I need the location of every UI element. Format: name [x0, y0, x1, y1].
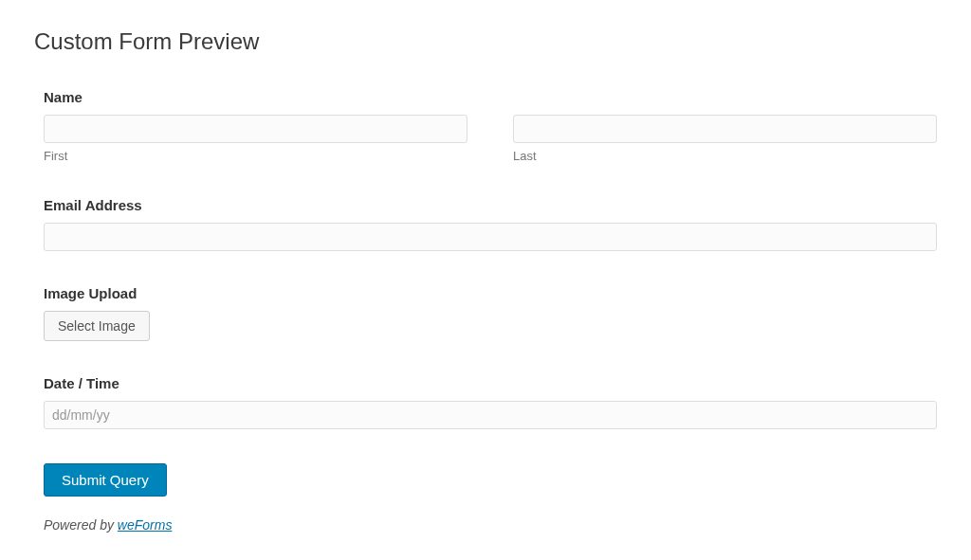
first-name-input[interactable]: [44, 115, 467, 143]
image-upload-label: Image Upload: [44, 285, 937, 301]
name-label: Name: [44, 89, 937, 105]
first-name-col: First: [44, 115, 467, 163]
submit-button[interactable]: Submit Query: [44, 463, 167, 497]
last-name-input[interactable]: [513, 115, 937, 143]
datetime-input[interactable]: [44, 401, 937, 429]
powered-by-prefix: Powered by: [44, 517, 118, 533]
powered-by-text: Powered by weForms: [44, 517, 937, 533]
datetime-label: Date / Time: [44, 375, 937, 391]
name-row: First Last: [44, 115, 937, 163]
email-field-group: Email Address: [44, 197, 937, 251]
form-container: Name First Last Email Address Image Uplo…: [34, 89, 937, 533]
email-label: Email Address: [44, 197, 937, 213]
first-name-sublabel: First: [44, 149, 467, 163]
image-upload-field-group: Image Upload Select Image: [44, 285, 937, 341]
email-input[interactable]: [44, 223, 937, 251]
name-field-group: Name First Last: [44, 89, 937, 163]
last-name-sublabel: Last: [513, 149, 937, 163]
select-image-button[interactable]: Select Image: [44, 311, 150, 341]
powered-by-link[interactable]: weForms: [118, 517, 173, 533]
last-name-col: Last: [513, 115, 937, 163]
page-title: Custom Form Preview: [34, 28, 937, 55]
datetime-field-group: Date / Time: [44, 375, 937, 429]
